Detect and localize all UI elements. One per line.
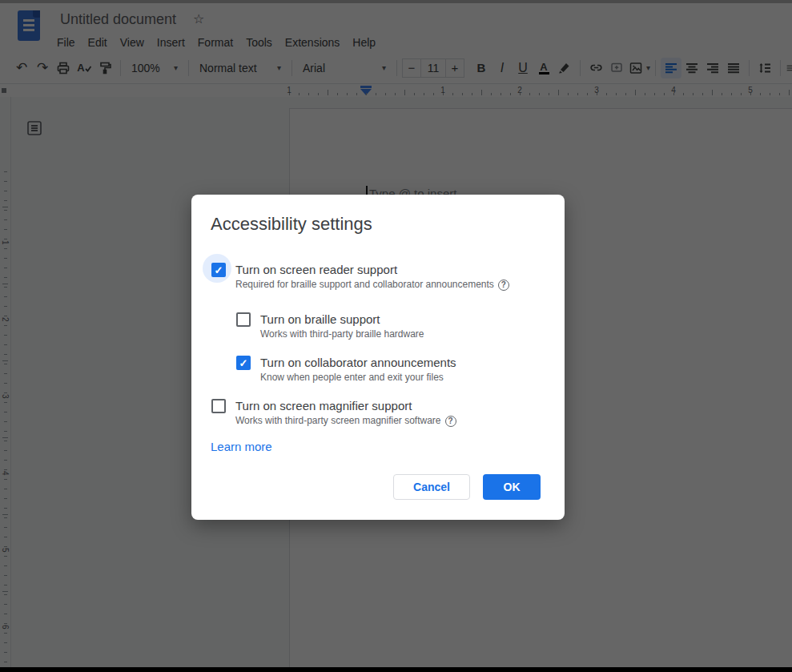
ok-button[interactable]: OK [483,474,541,500]
checkbox[interactable]: ✓ [211,263,226,277]
option-text: Turn on braille support Works with third… [260,312,424,340]
accessibility-options-list: ✓ Turn on screen reader support Required… [211,262,549,427]
option-label: Turn on collaborator announcements [260,355,456,370]
dialog-buttons: Cancel OK [393,474,541,500]
checkbox[interactable]: ✓ [236,312,251,327]
learn-more-link[interactable]: Learn more [211,440,272,453]
option-label: Turn on screen reader support [235,262,509,277]
help-icon[interactable]: ? [498,280,509,291]
option-description: Required for braille support and collabo… [235,279,509,291]
option-description: Works with third-party screen magnifier … [235,415,456,427]
option-label: Turn on screen magnifier support [235,398,456,413]
option-description: Know when people enter and exit your fil… [260,372,456,384]
option-description-text: Required for braille support and collabo… [235,279,494,291]
option-description-text: Works with third-party screen magnifier … [235,415,441,427]
help-icon[interactable]: ? [445,416,456,427]
checkbox[interactable]: ✓ [236,356,251,370]
checkbox[interactable]: ✓ [211,399,226,413]
accessibility-option-row: ✓ Turn on collaborator announcements Kno… [236,355,549,384]
option-description-text: Works with third-party braille hardware [260,328,424,340]
accessibility-option-row: ✓ Turn on screen magnifier support Works… [211,398,549,427]
cancel-button[interactable]: Cancel [393,474,470,500]
dialog-title: Accessibility settings [211,214,372,235]
google-docs-window: Untitled document ☆ FileEditViewInsertFo… [0,0,792,672]
option-description: Works with third-party braille hardware [260,328,424,340]
option-text: Turn on screen reader support Required f… [235,262,509,291]
window-bottom-edge [0,667,792,672]
checkmark-icon: ✓ [215,265,223,276]
accessibility-option-row: ✓ Turn on screen reader support Required… [211,262,549,291]
option-text: Turn on screen magnifier support Works w… [235,398,456,427]
accessibility-settings-dialog: Accessibility settings ✓ Turn on screen … [191,195,565,520]
option-text: Turn on collaborator announcements Know … [260,355,456,384]
option-label: Turn on braille support [260,312,424,327]
option-description-text: Know when people enter and exit your fil… [260,372,444,384]
checkmark-icon: ✓ [239,358,248,368]
accessibility-option-row: ✓ Turn on braille support Works with thi… [236,312,549,340]
